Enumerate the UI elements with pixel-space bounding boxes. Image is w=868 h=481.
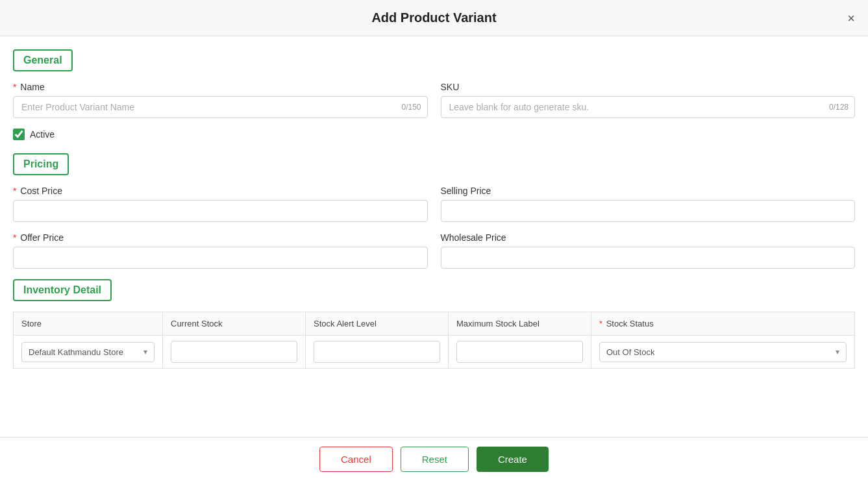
stock-status-column-header: * Stock Status	[591, 312, 854, 335]
sku-group: SKU 0/128	[441, 82, 856, 118]
name-sku-row: * Name 0/150 SKU 0/128	[13, 82, 855, 118]
current-stock-cell: 0.00	[163, 336, 306, 368]
modal-footer: Cancel Reset Create	[0, 437, 868, 481]
general-section: General * Name 0/150 SKU	[13, 49, 855, 140]
active-checkbox[interactable]	[13, 129, 25, 140]
wholesale-price-label: Wholesale Price	[441, 232, 856, 243]
store-select[interactable]: Default Kathmandu Store ▾	[21, 342, 155, 362]
modal-body: General * Name 0/150 SKU	[0, 36, 868, 481]
selling-price-input[interactable]: 0.00	[441, 200, 856, 222]
store-cell: Default Kathmandu Store ▾	[14, 336, 163, 368]
inventory-table-header: Store Current Stock Stock Alert Level Ma…	[13, 312, 855, 335]
stock-status-chevron-icon: ▾	[836, 347, 839, 356]
modal-title: Add Product Variant	[371, 10, 496, 25]
stock-status-value: Out Of Stock	[606, 347, 654, 357]
stock-status-required-star: *	[599, 319, 602, 328]
offer-price-required-star: *	[13, 232, 16, 243]
name-input[interactable]	[13, 96, 428, 118]
sku-input-wrapper: 0/128	[441, 96, 856, 118]
inventory-tab: Inventory Detail	[13, 279, 112, 301]
sku-label: SKU	[441, 82, 856, 92]
modal-header: Add Product Variant ×	[0, 0, 868, 36]
general-tab: General	[13, 49, 73, 71]
offer-price-label: * Offer Price	[13, 232, 428, 243]
cost-price-input[interactable]: 0.00	[13, 200, 428, 222]
current-stock-column-header: Current Stock	[163, 312, 306, 335]
max-stock-cell: 0.00	[449, 336, 591, 368]
store-select-value: Default Kathmandu Store	[29, 347, 123, 357]
inventory-table-row: Default Kathmandu Store ▾ 0.00 0.00 0.00	[13, 335, 855, 369]
pricing-tab: Pricing	[13, 153, 69, 175]
create-button[interactable]: Create	[477, 447, 549, 472]
selling-price-group: Selling Price 0.00	[441, 186, 856, 222]
cost-price-group: * Cost Price 0.00	[13, 186, 428, 222]
sku-char-count: 0/128	[829, 103, 849, 112]
offer-price-input[interactable]: 0.00	[13, 247, 428, 269]
store-column-header: Store	[14, 312, 163, 335]
selling-price-label: Selling Price	[441, 186, 856, 196]
stock-alert-cell: 0.00	[306, 336, 449, 368]
reset-button[interactable]: Reset	[401, 447, 469, 472]
name-input-wrapper: 0/150	[13, 96, 428, 118]
max-stock-input[interactable]: 0.00	[456, 341, 583, 363]
offer-price-group: * Offer Price 0.00	[13, 232, 428, 269]
store-chevron-icon: ▾	[143, 347, 147, 356]
sku-input[interactable]	[441, 96, 856, 118]
stock-alert-input[interactable]: 0.00	[314, 341, 440, 363]
stock-status-cell: Out Of Stock ▾	[591, 336, 854, 368]
wholesale-price-input[interactable]: 0.00	[441, 247, 856, 269]
cost-selling-row: * Cost Price 0.00 Selling Price 0.00	[13, 186, 855, 222]
offer-wholesale-row: * Offer Price 0.00 Wholesale Price 0.00	[13, 232, 855, 269]
cost-price-label: * Cost Price	[13, 186, 428, 196]
active-row: Active	[13, 129, 855, 140]
active-label[interactable]: Active	[30, 129, 55, 140]
close-button[interactable]: ×	[847, 12, 855, 25]
name-group: * Name 0/150	[13, 82, 428, 118]
name-required-star: *	[13, 82, 16, 92]
name-char-count: 0/150	[401, 103, 421, 112]
wholesale-price-group: Wholesale Price 0.00	[441, 232, 856, 269]
name-label: * Name	[13, 82, 428, 92]
inventory-section: Inventory Detail Store Current Stock Sto…	[13, 279, 855, 369]
modal-container: Add Product Variant × General * Name 0/1…	[0, 0, 868, 481]
pricing-section: Pricing * Cost Price 0.00 Selling Price …	[13, 153, 855, 269]
max-stock-column-header: Maximum Stock Label	[449, 312, 591, 335]
stock-alert-column-header: Stock Alert Level	[306, 312, 449, 335]
cancel-button[interactable]: Cancel	[319, 447, 393, 472]
stock-status-select[interactable]: Out Of Stock ▾	[599, 342, 847, 362]
cost-price-required-star: *	[13, 186, 16, 196]
current-stock-input[interactable]: 0.00	[171, 341, 297, 363]
